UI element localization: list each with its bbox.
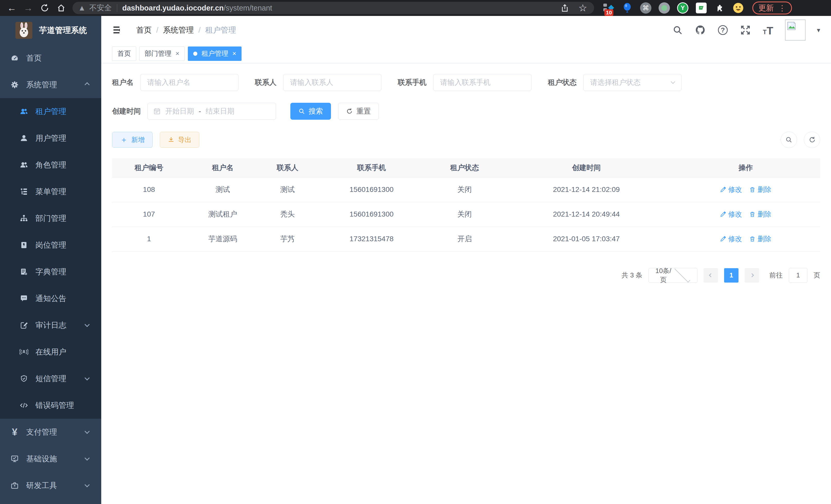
share-icon[interactable] [559, 2, 570, 13]
tab-home[interactable]: 首页 [112, 47, 136, 61]
goto-label: 前往 [769, 271, 783, 280]
app-title: 芋道管理系统 [39, 25, 87, 36]
breadcrumb-separator: / [198, 26, 200, 34]
filter-row-2: 创建时间 开始日期 - 结束日期 搜索 重置 [112, 103, 820, 120]
sidebar-collapse-icon[interactable] [112, 24, 123, 36]
export-button[interactable]: 导出 [160, 132, 199, 148]
browser-update-button[interactable]: 更新 ⋮ [752, 2, 792, 14]
filter-create-time: 创建时间 开始日期 - 结束日期 [112, 103, 276, 120]
delete-link[interactable]: 删除 [749, 185, 771, 194]
edit-pencil-icon [720, 186, 726, 192]
sidebar-item-home[interactable]: 首页 [0, 45, 101, 71]
chevron-down-icon [85, 429, 90, 434]
browser-home-icon[interactable] [54, 1, 68, 15]
next-page-button[interactable] [745, 268, 759, 283]
github-icon[interactable] [694, 24, 706, 36]
menu-tree-icon [20, 187, 28, 196]
edit-link[interactable]: 修改 [720, 210, 742, 219]
browser-forward-icon[interactable]: → [21, 1, 35, 15]
sidebar-item-payment[interactable]: ¥ 支付管理 [0, 419, 101, 445]
filter-row-1: 租户名 联系人 联系手机 租户状态 请选择租户状态 [112, 74, 820, 91]
extension-emoji-icon[interactable] [732, 2, 744, 14]
breadcrumb: 首页 / 系统管理 / 租户管理 [136, 25, 236, 35]
extension-grey-dot-icon[interactable] [658, 2, 670, 14]
breadcrumb-home[interactable]: 首页 [136, 25, 152, 35]
extension-badge: 10 [604, 9, 613, 16]
tab-tenant[interactable]: 租户管理 × [188, 47, 241, 61]
filter-tenant-name: 租户名 [112, 74, 238, 91]
tab-close-icon[interactable]: × [232, 50, 236, 58]
url-text[interactable]: dashboard.yudao.iocoder.cn/system/tenant [122, 4, 272, 12]
sidebar-item-dict-management[interactable]: 字典管理 [0, 259, 101, 285]
url-path: /system/tenant [224, 4, 273, 12]
extension-command-icon[interactable]: ⌘ [640, 2, 652, 14]
delete-link[interactable]: 删除 [749, 210, 771, 219]
chevron-down-icon [675, 267, 690, 283]
font-size-icon[interactable]: TT [763, 24, 774, 36]
contact-input[interactable] [283, 74, 381, 91]
bookmark-star-icon[interactable]: ☆ [577, 2, 589, 13]
sidebar-item-system-management[interactable]: 系统管理 [0, 71, 101, 98]
add-button[interactable]: ＋ 新增 [112, 132, 153, 148]
app-logo [16, 22, 32, 39]
reset-button[interactable]: 重置 [338, 103, 379, 120]
prev-page-button[interactable] [704, 268, 718, 283]
toggle-search-button[interactable] [781, 131, 797, 148]
trash-icon [749, 211, 755, 217]
avatar[interactable] [785, 20, 806, 40]
extension-balloon-icon[interactable] [621, 2, 633, 14]
sidebar-item-department-management[interactable]: 部门管理 [0, 205, 101, 232]
sidebar-item-dev-tools[interactable]: 研发工具 [0, 472, 101, 499]
app-logo-row[interactable]: 芋道管理系统 [0, 16, 101, 45]
tab-active-dot [193, 52, 197, 56]
page-size-select[interactable]: 10条/页 [649, 268, 697, 283]
sidebar-item-audit-log[interactable]: 审计日志 [0, 312, 101, 338]
breadcrumb-current: 租户管理 [205, 25, 236, 35]
extensions-puzzle-icon[interactable] [714, 2, 726, 14]
sidebar-item-notice[interactable]: 通知公告 [0, 285, 101, 312]
breadcrumb-separator: / [156, 26, 158, 34]
current-page[interactable]: 1 [724, 268, 739, 283]
help-icon[interactable]: ? [717, 24, 728, 36]
extension-y-icon[interactable]: Y [677, 2, 689, 14]
date-range-picker[interactable]: 开始日期 - 结束日期 [147, 103, 276, 120]
sidebar-item-sms-management[interactable]: 短信管理 [0, 365, 101, 392]
sidebar-item-tenant-management[interactable]: 租户管理 [0, 98, 101, 125]
browser-back-icon[interactable]: ← [5, 1, 19, 15]
trash-icon [749, 186, 755, 192]
extension-tabs-icon[interactable]: ◆ 10 [603, 2, 614, 14]
avatar-caret-icon[interactable]: ▾ [817, 26, 820, 34]
status-select[interactable]: 请选择租户状态 [583, 74, 682, 91]
mobile-input[interactable] [433, 74, 532, 91]
sidebar-item-error-code[interactable]: 错误码管理 [0, 392, 101, 419]
calendar-icon [153, 108, 161, 115]
sidebar-item-post-management[interactable]: 岗位管理 [0, 232, 101, 259]
sidebar-item-role-management[interactable]: 角色管理 [0, 152, 101, 178]
sidebar-item-user-management[interactable]: 用户管理 [0, 125, 101, 152]
extension-chat-icon[interactable] [695, 2, 707, 14]
filter-contact: 联系人 [255, 74, 381, 91]
tenant-name-input[interactable] [140, 74, 238, 91]
filter-status: 租户状态 请选择租户状态 [548, 74, 682, 91]
edit-link[interactable]: 修改 [720, 234, 742, 243]
chevron-down-icon [85, 322, 90, 327]
address-bar[interactable]: ▲ 不安全 dashboard.yudao.iocoder.cn/system/… [73, 2, 594, 14]
sidebar-item-online-users[interactable]: 在线用户 [0, 338, 101, 365]
tab-department[interactable]: 部门管理 × [139, 47, 185, 61]
tab-close-icon[interactable]: × [175, 50, 179, 58]
search-button[interactable]: 搜索 [290, 103, 331, 120]
header-search-icon[interactable] [672, 24, 683, 36]
security-label[interactable]: 不安全 [89, 3, 112, 13]
sidebar-item-menu-management[interactable]: 菜单管理 [0, 178, 101, 205]
breadcrumb-system[interactable]: 系统管理 [163, 25, 194, 35]
extensions-row: ◆ 10 ⌘ Y [603, 2, 744, 14]
goto-page-input[interactable] [789, 268, 807, 283]
fullscreen-icon[interactable] [740, 24, 751, 36]
edit-link[interactable]: 修改 [720, 185, 742, 194]
browser-reload-icon[interactable] [37, 1, 52, 15]
sidebar-item-infrastructure[interactable]: 基础设施 [0, 445, 101, 472]
table-row: 108 测试 测试 15601691300 关闭 2021-12-14 21:0… [112, 177, 820, 202]
refresh-table-button[interactable] [804, 131, 820, 148]
browser-menu-icon[interactable]: ⋮ [778, 4, 786, 12]
delete-link[interactable]: 删除 [749, 234, 771, 243]
